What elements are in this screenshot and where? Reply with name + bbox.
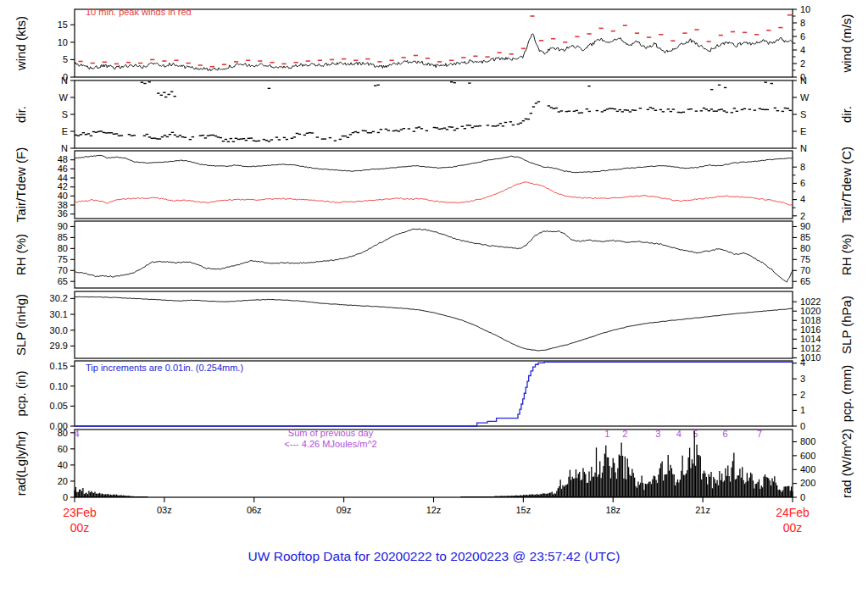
svg-text:0.15: 0.15 (50, 361, 68, 371)
svg-text:15: 15 (58, 19, 68, 30)
svg-text:75: 75 (58, 254, 68, 264)
panel-pcp-left-ticks: 0.000.050.100.15 (50, 361, 75, 431)
x-tick-label: 06z (247, 505, 262, 515)
radiation-hour-marker: 7 (757, 429, 762, 439)
panel-wind-left-ticks: 051015 (58, 19, 75, 82)
x-tick-label: 21z (695, 505, 710, 515)
svg-text:8: 8 (800, 18, 805, 28)
svg-text:1020: 1020 (800, 306, 821, 316)
svg-text:200: 200 (800, 478, 815, 488)
svg-text:2: 2 (800, 58, 805, 69)
svg-text:36: 36 (58, 208, 68, 219)
series-rh (75, 229, 793, 282)
panel-slp-left-ticks: 29.930.030.130.2 (50, 293, 75, 351)
svg-text:42: 42 (58, 181, 68, 191)
series-solar-radiation (75, 431, 793, 497)
panel-tair-right-ticks: 2468 (793, 162, 805, 221)
svg-text:85: 85 (800, 232, 810, 242)
panel-rad: rad(Lgly/hr)rad (W/m^2)02040608002004006… (14, 428, 854, 502)
svg-text:85: 85 (58, 232, 68, 242)
svg-text:65: 65 (58, 276, 68, 286)
start-hour: 00z (49, 520, 110, 535)
series-tair (75, 155, 793, 172)
series-slp (75, 296, 793, 351)
series-tdew (75, 182, 793, 205)
axis-label-right-dir: dir. (839, 106, 854, 123)
svg-text:1014: 1014 (800, 334, 821, 344)
svg-text:5: 5 (63, 54, 68, 64)
series-wind-direction (75, 102, 792, 141)
axis-label-left-dir: dir. (14, 106, 28, 123)
svg-text:N: N (61, 75, 68, 86)
svg-text:38: 38 (58, 200, 68, 210)
axis-label-left-wind: wind (kts) (14, 16, 28, 71)
svg-text:2: 2 (800, 390, 805, 400)
svg-text:40: 40 (58, 191, 68, 201)
panel-rad-left-ticks: 020406080 (58, 428, 75, 502)
radiation-hour-marker: 5 (693, 429, 698, 439)
svg-text:0: 0 (800, 492, 805, 502)
svg-text:2: 2 (800, 211, 805, 221)
svg-text:W: W (800, 92, 810, 103)
radiation-hour-marker: 6 (723, 429, 728, 439)
svg-text:90: 90 (58, 221, 68, 231)
panel-dir: dir.dir.NESWNNESWN (14, 75, 854, 153)
panel-wind-right-ticks: 0246810 (793, 4, 810, 82)
radiation-sum-line1: Sum of previous day (237, 428, 424, 439)
panel-slp-right-ticks: 1010101210141016101810201022 (793, 296, 821, 363)
svg-text:4: 4 (800, 357, 805, 368)
panel-rh: RH (%)RH (%)657075808590657075808590 (14, 221, 854, 288)
x-axis-end-label: 24Feb 00z (762, 505, 823, 535)
svg-text:80: 80 (58, 428, 68, 438)
svg-text:4: 4 (800, 194, 805, 204)
svg-text:8: 8 (800, 162, 805, 172)
panel-rad-right-ticks: 0200400600800 (793, 436, 815, 502)
svg-text:800: 800 (800, 436, 815, 446)
svg-text:1: 1 (800, 405, 805, 415)
svg-text:30.0: 30.0 (50, 325, 68, 335)
svg-text:4: 4 (800, 45, 805, 55)
panel-dir-border (75, 80, 793, 148)
radiation-sum-line2: <--- 4.26 MJoules/m^2 (237, 439, 424, 450)
plot-canvas: wind (kts)wind (m/s)0510150246810dir.dir… (0, 0, 868, 593)
svg-text:65: 65 (800, 276, 810, 286)
svg-text:0: 0 (63, 492, 68, 502)
radiation-hour-marker: 1 (604, 429, 609, 439)
end-date: 24Feb (762, 505, 823, 520)
radiation-hour-marker: 2 (622, 429, 627, 439)
axis-label-right-tair: Tair/Tdew (C) (839, 147, 854, 223)
svg-text:N: N (800, 75, 807, 86)
svg-text:0.05: 0.05 (50, 401, 68, 411)
svg-text:46: 46 (58, 163, 68, 174)
panel-slp: SLP (inHg)SLP (hPa)29.930.030.130.210101… (14, 291, 854, 363)
svg-text:0.10: 0.10 (50, 381, 68, 391)
wind-peak-annotation: 10 min. peak winds in red (86, 7, 192, 17)
radiation-hour-marker: 4 (676, 429, 682, 439)
svg-text:400: 400 (800, 464, 815, 474)
panel-rh-border (75, 221, 793, 288)
panel-tair-border (75, 151, 793, 219)
x-axis: 03z06z09z12z15z18z21z (75, 497, 793, 515)
svg-text:0: 0 (800, 421, 805, 431)
x-tick-label: 18z (605, 505, 620, 515)
axis-label-right-rh: RH (%) (839, 234, 854, 275)
svg-text:10: 10 (800, 4, 810, 14)
svg-text:60: 60 (58, 444, 68, 454)
axis-label-left-rad: rad(Lgly/hr) (14, 431, 28, 496)
svg-text:80: 80 (58, 243, 68, 253)
svg-text:1012: 1012 (800, 343, 821, 353)
svg-text:29.9: 29.9 (50, 341, 68, 351)
x-axis-start-label: 23Feb 00z (49, 505, 110, 535)
svg-text:E: E (800, 126, 806, 136)
axis-label-right-rad: rad (W/m^2) (839, 429, 854, 498)
series-wind-direction-outliers (141, 82, 773, 97)
svg-text:10: 10 (58, 37, 68, 47)
precip-tip-annotation: Tip increments are 0.01in. (0.254mm.) (86, 363, 243, 373)
radiation-sum-annotation: Sum of previous day <--- 4.26 MJoules/m^… (237, 428, 424, 450)
svg-text:3: 3 (800, 374, 805, 384)
meteogram-container: wind (kts)wind (m/s)0510150246810dir.dir… (0, 0, 868, 593)
svg-text:40: 40 (58, 460, 68, 470)
radiation-hour-marker: 4 (74, 429, 79, 439)
panel-rh-right-ticks: 657075808590 (793, 221, 810, 286)
svg-text:1016: 1016 (800, 324, 821, 335)
